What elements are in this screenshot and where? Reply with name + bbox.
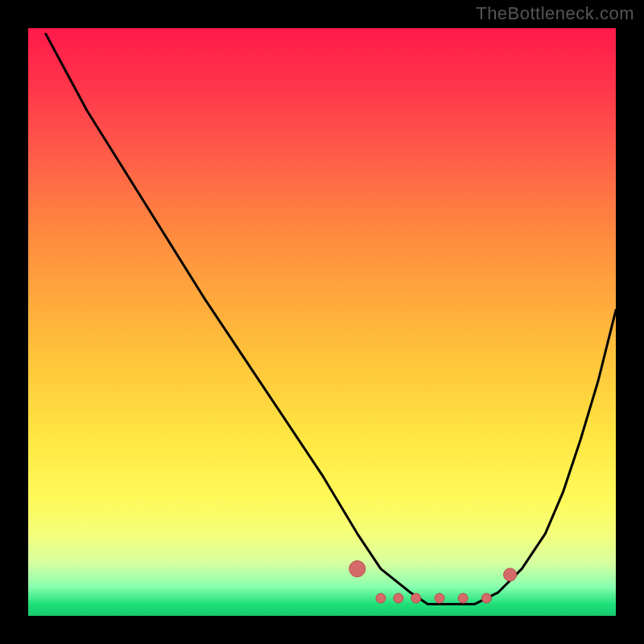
data-marker <box>458 593 468 603</box>
markers-group <box>349 561 517 604</box>
bottleneck-curve <box>46 34 616 604</box>
plot-area <box>28 28 616 616</box>
data-marker <box>411 593 421 603</box>
data-marker <box>394 593 403 603</box>
watermark-text: TheBottleneck.com <box>476 3 634 24</box>
data-marker <box>376 593 386 603</box>
data-marker <box>349 561 365 577</box>
data-marker <box>504 568 517 581</box>
data-marker <box>481 593 491 603</box>
chart-frame: TheBottleneck.com <box>0 0 644 644</box>
curve-layer <box>28 28 616 616</box>
data-marker <box>435 593 444 603</box>
